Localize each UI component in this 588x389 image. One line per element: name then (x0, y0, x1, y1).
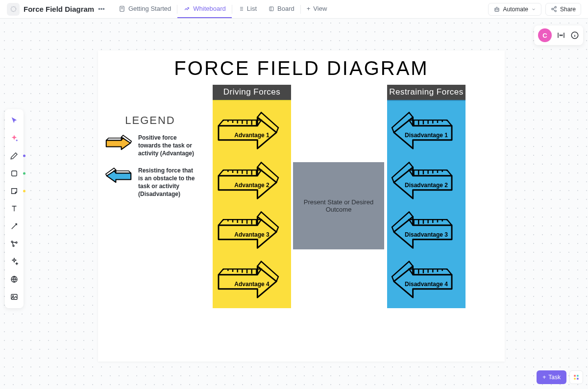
tool-pen[interactable] (5, 147, 24, 164)
connector-icon (10, 222, 19, 231)
app-header: Force Field Diagram ••• Getting Started … (0, 0, 588, 19)
advantage-label: Advantage 4 (215, 281, 289, 288)
driving-forces-column: Driving Forces Advantage 1 Advantage 2 A… (213, 85, 291, 308)
tab-add-view[interactable]: + View (301, 0, 333, 18)
legend: LEGEND Positive force towards the task o… (105, 114, 196, 207)
legend-item-negative: Resisting force that is an obstacle to t… (105, 167, 196, 198)
center-state-box[interactable]: Present State or Desired Outcome (293, 162, 384, 249)
more-icon[interactable]: ••• (98, 5, 105, 13)
disadvantage-item[interactable]: Disadvantage 2 (389, 156, 464, 202)
svg-point-8 (555, 10, 556, 12)
svg-point-0 (11, 7, 16, 12)
share-label: Share (560, 6, 576, 13)
tool-select[interactable] (5, 112, 24, 129)
tab-label: List (247, 5, 257, 12)
advantage-item[interactable]: Advantage 4 (215, 255, 289, 301)
list-icon (238, 6, 244, 12)
header-left: Force Field Diagram ••• (7, 3, 105, 16)
svg-point-11 (16, 242, 17, 243)
plus-icon: + (542, 374, 546, 381)
tool-text[interactable] (5, 200, 24, 217)
svg-point-15 (13, 295, 14, 296)
legend-negative-text: Resisting force that is an obstacle to t… (138, 167, 196, 198)
tool-sticky[interactable] (5, 183, 24, 199)
tab-label: Whiteboard (193, 5, 225, 12)
task-label: Task (548, 374, 561, 381)
header-right: Automate Share (488, 3, 581, 16)
wand-icon (10, 257, 19, 266)
svg-point-7 (552, 8, 553, 10)
svg-rect-18 (577, 375, 579, 377)
legend-positive-text: Positive force towards the task or activ… (138, 134, 196, 158)
advantage-item[interactable]: Advantage 3 (215, 206, 289, 252)
advantage-item[interactable]: Advantage 1 (215, 106, 289, 152)
tab-board[interactable]: Board (263, 0, 300, 18)
tool-diagram[interactable] (5, 236, 24, 252)
fit-width-icon[interactable] (557, 31, 565, 40)
pen-icon (10, 151, 19, 160)
tab-label: Board (277, 5, 294, 12)
document-icon (119, 5, 125, 12)
apps-button[interactable] (569, 370, 583, 384)
whiteboard-icon (183, 5, 190, 12)
tab-getting-started[interactable]: Getting Started (113, 0, 177, 18)
sticky-note-icon (10, 187, 19, 195)
disadvantage-item[interactable]: Disadvantage 4 (389, 255, 464, 301)
diagram-container[interactable]: FORCE FIELD DIAGRAM LEGEND Positive forc… (98, 50, 505, 362)
sparkle-icon (10, 134, 19, 143)
text-icon (10, 204, 19, 213)
add-task-button[interactable]: + Task (537, 370, 566, 384)
restraining-header: Restraining Forces (387, 85, 466, 100)
image-icon (10, 292, 19, 301)
cursor-icon (10, 116, 19, 125)
square-icon (10, 169, 19, 178)
automate-button[interactable]: Automate (488, 3, 541, 16)
svg-point-4 (495, 9, 496, 10)
svg-point-12 (13, 245, 14, 246)
disadvantage-label: Disadvantage 2 (389, 182, 464, 189)
user-avatar[interactable]: C (538, 28, 552, 42)
svg-rect-9 (12, 171, 17, 176)
driving-body: Advantage 1 Advantage 2 Advantage 3 Adva… (213, 100, 291, 308)
svg-point-6 (555, 6, 556, 8)
disadvantage-item[interactable]: Disadvantage 3 (389, 206, 464, 252)
canvas-area[interactable]: C FORCE FIELD DIAGRAM LEGEND Positive fo… (0, 19, 588, 389)
tab-label: Getting Started (128, 5, 171, 12)
left-toolbar (5, 109, 24, 308)
tab-list[interactable]: List (232, 0, 263, 18)
tool-shape[interactable] (5, 165, 24, 182)
legend-item-positive: Positive force towards the task or activ… (105, 134, 196, 158)
tool-ai[interactable] (5, 130, 24, 146)
globe-icon (10, 275, 19, 284)
plus-icon: + (307, 5, 311, 12)
info-icon[interactable] (570, 31, 579, 40)
svg-point-10 (11, 241, 13, 243)
diagram-icon (10, 240, 19, 248)
tabs: Getting Started Whiteboard List Board + … (113, 0, 333, 18)
svg-rect-19 (574, 378, 576, 380)
tab-whiteboard[interactable]: Whiteboard (177, 0, 231, 18)
doc-icon (7, 3, 20, 16)
tool-image[interactable] (5, 289, 24, 305)
svg-rect-20 (577, 378, 579, 380)
diagram-title: FORCE FIELD DIAGRAM (98, 50, 505, 79)
svg-point-5 (497, 9, 498, 10)
legend-title: LEGEND (105, 114, 196, 127)
disadvantage-item[interactable]: Disadvantage 1 (389, 106, 464, 152)
disadvantage-label: Disadvantage 4 (389, 281, 464, 288)
advantage-label: Advantage 1 (215, 132, 289, 139)
center-text: Present State or Desired Outcome (299, 198, 378, 213)
doc-title: Force Field Diagram (24, 5, 94, 13)
advantage-item[interactable]: Advantage 2 (215, 156, 289, 202)
tool-sparkle[interactable] (5, 253, 24, 270)
share-button[interactable]: Share (545, 3, 581, 16)
automate-label: Automate (503, 6, 528, 13)
top-controls: C (534, 25, 583, 45)
tool-web[interactable] (5, 271, 24, 288)
apps-icon (573, 374, 580, 381)
advantage-label: Advantage 3 (215, 231, 289, 238)
driving-header: Driving Forces (213, 85, 291, 100)
tool-connector[interactable] (5, 218, 24, 235)
share-icon (551, 6, 557, 12)
disadvantage-label: Disadvantage 3 (389, 231, 464, 238)
